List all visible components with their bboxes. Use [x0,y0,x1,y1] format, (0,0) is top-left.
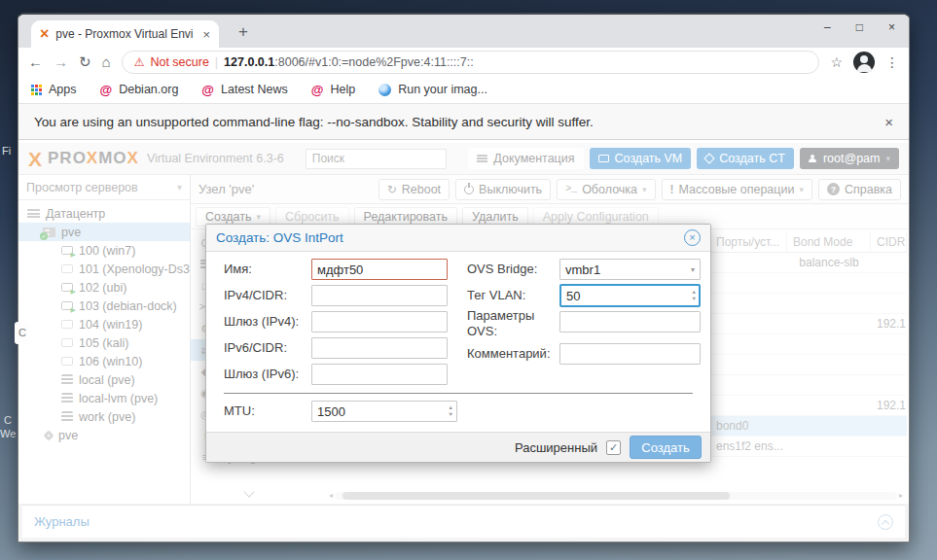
create-submit-button[interactable]: Создать [630,436,702,459]
ipv6-cidr-input[interactable] [311,337,448,359]
ovs-bridge-label: OVS Bridge: [467,262,537,276]
gateway-ipv6-label: Шлюз (IPv6): [224,367,299,381]
tab-title: pve - Proxmox Virtual Envi [55,27,196,41]
gateway-ipv4-label: Шлюз (IPv4): [224,314,299,329]
bookmark-apps[interactable]: Apps [31,83,77,96]
name-input[interactable] [311,259,448,280]
browser-window: × pve - Proxmox Virtual Envi × + – □ × ←… [18,13,910,542]
desktop-icon-label: We [0,428,16,439]
not-secure-warning-icon: ⚠ [134,55,145,69]
create-ovs-intport-dialog: Создать: OVS IntPort × Имя: IPv4/CIDR: Ш… [205,224,711,463]
mtu-label: MTU: [224,403,255,418]
window-controls: – □ × [824,20,895,34]
vlan-tag-spinner[interactable]: ▲▼ [559,284,701,307]
home-icon[interactable]: ⌂ [102,54,111,69]
name-label: Имя: [224,262,252,276]
debian-icon: @ [100,83,113,97]
advanced-checkbox[interactable]: ✓ [606,440,621,455]
banner-close-icon[interactable]: × [884,114,893,130]
gateway-ipv6-input[interactable] [311,364,448,385]
minimize-button[interactable]: – [824,20,831,34]
desktop-icon-label: C [4,414,12,426]
url-path: :8006/#v1:0:=node%2Fpve:4:11::::7:: [274,55,473,69]
browser-tab[interactable]: × pve - Proxmox Virtual Envi × [31,20,219,48]
tab-strip: × pve - Proxmox Virtual Envi × + – □ × [18,15,909,48]
sandbox-warning-banner: You are using an unsupported command-lin… [18,104,909,140]
banner-text: You are using an unsupported command-lin… [34,115,594,129]
debian-icon: @ [201,83,214,97]
dialog-close-icon[interactable]: × [684,229,701,246]
url-host: 127.0.0.1 [224,55,274,69]
url-bar[interactable]: ⚠ Not secure | 127.0.0.1:8006/#v1:0:=nod… [122,51,820,74]
window-close-button[interactable]: × [888,20,895,34]
ipv4-cidr-input[interactable] [311,285,448,306]
ovs-options-input[interactable] [559,311,701,332]
address-toolbar: ← → ↻ ⌂ ⚠ Not secure | 127.0.0.1:8006/#v… [18,48,909,76]
comment-input[interactable] [559,343,701,365]
forward-icon[interactable]: → [54,54,68,69]
bookmark-latest-news[interactable]: @Latest News [201,83,287,97]
desktop-icon-label: Fi [2,145,11,157]
dialog-body: Имя: IPv4/CIDR: Шлюз (IPv4): IPv6/CIDR: … [206,252,710,433]
apps-grid-icon [31,85,42,95]
comment-label: Комментарий: [467,346,551,361]
advanced-label: Расширенный [515,440,597,455]
debian-icon: @ [311,83,324,97]
dialog-header[interactable]: Создать: OVS IntPort × [206,225,710,252]
bookmark-debian[interactable]: @Debian.org [100,83,179,97]
not-secure-label[interactable]: Not secure [150,55,208,69]
globe-icon [378,84,391,96]
dialog-title: Создать: OVS IntPort [216,230,343,245]
bookmark-help[interactable]: @Help [311,83,355,97]
maximize-button[interactable]: □ [856,20,863,34]
proxmox-favicon-icon: × [40,26,49,42]
new-tab-button[interactable]: + [231,19,256,45]
bookmark-star-icon[interactable]: ☆ [830,54,843,70]
browser-menu-icon[interactable]: ⋮ [885,54,899,70]
proxmox-app: X PROXMOX Virtual Environment 6.3-6 Доку… [18,143,909,542]
profile-avatar[interactable] [853,52,875,73]
mtu-spinner[interactable]: ▲▼ [311,401,457,422]
reload-icon[interactable]: ↻ [79,54,91,69]
ipv6-cidr-label: IPv6/CIDR: [224,340,287,355]
gateway-ipv4-input[interactable] [311,311,448,332]
vlan-tag-label: Тег VLAN: [467,288,525,302]
desktop-popup-fragment: C [15,322,29,344]
omnibox-divider: | [215,55,218,69]
bookmark-run-image[interactable]: Run your imag... [378,83,487,96]
bookmarks-bar: Apps @Debian.org @Latest News @Help Run … [18,76,909,104]
ipv4-cidr-label: IPv4/CIDR: [224,288,287,302]
ovs-bridge-select[interactable]: ▾ [559,259,701,280]
dialog-footer: Расширенный ✓ Создать [206,432,710,462]
advanced-separator [224,393,693,394]
back-icon[interactable]: ← [28,54,43,69]
ovs-options-label: Параметры OVS: [467,308,547,339]
tab-close-icon[interactable]: × [202,27,210,42]
